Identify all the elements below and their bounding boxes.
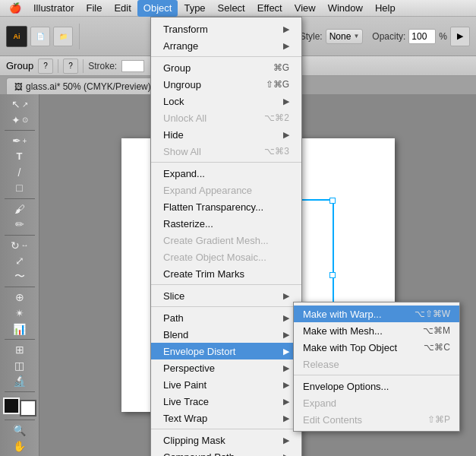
handle-bl[interactable] — [165, 347, 172, 353]
line-icon: / — [18, 166, 21, 179]
hand-icon: ✋ — [13, 440, 26, 452]
rotate-icon: ↻ — [11, 239, 20, 252]
pen-sub-icon: + — [23, 137, 27, 145]
stroke-label: Stroke: — [88, 61, 117, 71]
pencil-button[interactable]: ✏ — [3, 217, 36, 232]
warp-button[interactable]: 〜 — [3, 270, 36, 284]
menu-object[interactable]: Object — [137, 0, 178, 17]
options-bar: Group ? ? Stroke: — [0, 56, 476, 76]
menu-type[interactable]: Type — [178, 0, 211, 17]
warp-icon: 〜 — [14, 270, 25, 283]
blend-button[interactable]: ⊕ — [3, 290, 36, 305]
paintbrush-button[interactable]: 🖌 — [3, 201, 36, 216]
document-tab[interactable]: 🖼 glass.ai* 50% (CMYK/Preview) × — [6, 78, 169, 94]
background-color[interactable] — [20, 400, 36, 416]
reflect-icon: ↔ — [21, 241, 29, 249]
tab-icon: 🖼 — [14, 82, 23, 91]
graph-icon: 📊 — [13, 323, 26, 335]
selection-tool-button[interactable]: ↖ ↗ — [3, 97, 36, 112]
hand-button[interactable]: ✋ — [3, 439, 36, 454]
eyedropper-icon: 🔬 — [13, 375, 26, 387]
menu-select[interactable]: Select — [212, 0, 251, 17]
menu-edit[interactable]: Edit — [108, 0, 137, 17]
scale-icon: ⤢ — [15, 255, 24, 267]
pen-tool-button[interactable]: ✒ + — [3, 134, 36, 148]
tool-separator-3 — [5, 235, 35, 236]
basic-label: Basic — [262, 31, 284, 42]
color-boxes[interactable] — [3, 397, 36, 416]
foreground-color[interactable] — [3, 397, 20, 414]
type-icon: T — [17, 150, 23, 162]
tab-bar: 🖼 glass.ai* 50% (CMYK/Preview) × — [0, 76, 476, 94]
zoom-button[interactable]: 🔍 — [3, 423, 36, 438]
menu-bar: 🍎 Illustrator File Edit Object Type Sele… — [0, 0, 476, 17]
apple-menu[interactable]: 🍎 — [3, 0, 27, 17]
opacity-adjust-icon[interactable]: ▶ — [450, 27, 470, 46]
toolbar-separator-1 — [79, 24, 80, 49]
style-value-dropdown[interactable]: None ▼ — [326, 29, 364, 44]
options-separator-2 — [83, 59, 84, 73]
tab-label: glass.ai* 50% (CMYK/Preview) — [26, 81, 151, 92]
rectangle-tool-button[interactable]: □ — [3, 181, 36, 195]
mesh-button[interactable]: ⊞ — [3, 343, 36, 357]
percent-label: % — [439, 31, 447, 42]
style-dropdown[interactable]: Basic ▼ — [258, 29, 296, 44]
selection-tool-icon: ↖ — [11, 98, 20, 110]
canvas — [121, 138, 395, 412]
pen-icon: ✒ — [12, 135, 21, 147]
menu-illustrator[interactable]: Illustrator — [27, 0, 80, 17]
tool-separator-7 — [5, 420, 35, 420]
magic-wand-button[interactable]: ✦ ⊙ — [3, 113, 36, 128]
gradient-icon: ◫ — [14, 359, 24, 372]
handle-bm[interactable] — [247, 347, 254, 353]
new-doc-button[interactable]: 📄 — [30, 27, 50, 46]
stroke-color-swatch[interactable] — [121, 60, 144, 72]
zoom-icon: 🔍 — [13, 424, 26, 436]
handle-br[interactable] — [329, 347, 336, 353]
pencil-icon: ✏ — [15, 218, 24, 230]
handle-mr[interactable] — [329, 272, 336, 278]
handle-tm[interactable] — [247, 198, 254, 204]
type-tool-button[interactable]: T — [3, 150, 36, 164]
options-icon-btn-2[interactable]: ? — [63, 59, 78, 74]
blend-icon: ⊕ — [15, 291, 24, 303]
menu-effect[interactable]: Effect — [251, 0, 288, 17]
rotate-button[interactable]: ↻ ↔ — [3, 238, 36, 252]
menu-window[interactable]: Window — [322, 0, 369, 17]
menu-help[interactable]: Help — [369, 0, 402, 17]
tool-separator-4 — [5, 287, 35, 287]
direct-selection-icon: ↗ — [22, 100, 28, 109]
group-label: Group — [6, 60, 33, 71]
line-tool-button[interactable]: / — [3, 165, 36, 179]
tab-close-button[interactable]: × — [156, 82, 160, 90]
help-icon-btn[interactable]: ? — [38, 59, 53, 74]
style-label: Style: — [300, 31, 323, 42]
graph-button[interactable]: 📊 — [3, 321, 36, 336]
options-separator — [58, 59, 58, 73]
handle-ml[interactable] — [165, 272, 172, 278]
opacity-label: Opacity: — [372, 31, 405, 42]
scale-button[interactable]: ⤢ — [3, 254, 36, 268]
left-toolbar: ↖ ↗ ✦ ⊙ ✒ + T / □ 🖌 ✏ ↻ ↔ — [0, 94, 39, 456]
mesh-icon: ⊞ — [15, 344, 24, 356]
opacity-input[interactable]: 100 — [408, 29, 436, 44]
paintbrush-icon: 🖌 — [14, 203, 25, 215]
gradient-button[interactable]: ◫ — [3, 358, 36, 372]
eyedropper-button[interactable]: 🔬 — [3, 374, 36, 388]
magic-wand-icon: ✦ — [11, 114, 20, 126]
handle-tr[interactable] — [329, 198, 336, 204]
tool-separator-2 — [5, 198, 35, 199]
canvas-area — [39, 94, 476, 456]
menu-file[interactable]: File — [80, 0, 108, 17]
selected-object[interactable] — [167, 199, 334, 351]
tool-separator-6 — [5, 391, 35, 392]
chevron-down-icon: ▼ — [287, 33, 293, 40]
menu-view[interactable]: View — [288, 0, 322, 17]
symbol-button[interactable]: ✴ — [3, 306, 36, 321]
main-area: ↖ ↗ ✦ ⊙ ✒ + T / □ 🖌 ✏ ↻ ↔ — [0, 94, 476, 456]
style-arrow-icon: ▼ — [353, 33, 359, 40]
open-doc-button[interactable]: 📁 — [53, 27, 73, 46]
tool-separator-5 — [5, 339, 35, 340]
symbol-icon: ✴ — [15, 307, 24, 319]
handle-tl[interactable] — [165, 198, 172, 204]
